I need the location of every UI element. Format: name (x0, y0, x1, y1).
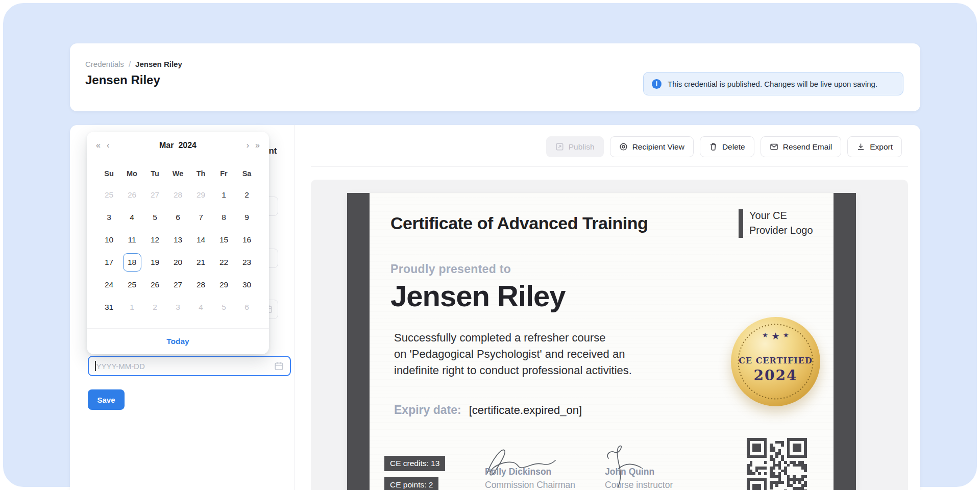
calendar-day[interactable]: 29 (212, 274, 235, 296)
calendar-day[interactable]: 9 (235, 206, 258, 229)
weekday-label: We (166, 169, 189, 178)
expiry-date-input[interactable]: YYYY-MM-DD (88, 356, 291, 376)
download-icon (856, 142, 865, 151)
calendar-day[interactable]: 1 (120, 296, 143, 318)
year-select[interactable]: 2024 (178, 141, 197, 150)
calendar-day[interactable]: 7 (189, 206, 212, 229)
date-picker-popup: « ‹ Mar2024 › » SuMoTuWeThFrSa 252627282… (87, 132, 269, 354)
calendar-day[interactable]: 24 (97, 274, 120, 296)
signature-name: John Quinn (605, 467, 654, 477)
qr-code (747, 438, 807, 490)
weekday-label: Fr (212, 169, 235, 178)
calendar-day[interactable]: 28 (166, 184, 189, 206)
weekday-label: Th (189, 169, 212, 178)
calendar-grid: 2526272829123456789101112131415161718192… (87, 184, 269, 318)
expiry-label: Expiry date: (394, 403, 461, 417)
calendar-day[interactable]: 21 (189, 251, 212, 274)
eye-target-icon (619, 142, 628, 151)
banner-text: This credential is published. Changes wi… (668, 80, 877, 88)
recipient-view-button[interactable]: Recipient View (610, 136, 694, 157)
calendar-day[interactable]: 2 (143, 296, 166, 318)
certificate-left-bar (347, 193, 370, 490)
today-button[interactable]: Today (166, 337, 189, 346)
presented-label: Proudly presented to (390, 262, 511, 276)
calendar-day[interactable]: 5 (212, 296, 235, 318)
weekday-label: Su (97, 169, 120, 178)
breadcrumb-current: Jensen Riley (135, 60, 182, 68)
calendar-day[interactable]: 27 (143, 184, 166, 206)
toolbar: Publish Recipient View Delete (546, 136, 902, 157)
calendar-day[interactable]: 29 (189, 184, 212, 206)
calendar-day[interactable]: 17 (97, 251, 120, 274)
calendar-day[interactable]: 16 (235, 229, 258, 251)
publish-button[interactable]: Publish (546, 136, 604, 157)
calendar-day[interactable]: 28 (189, 274, 212, 296)
calendar-day[interactable]: 3 (166, 296, 189, 318)
calendar-day[interactable]: 1 (212, 184, 235, 206)
trash-icon (709, 142, 718, 151)
calendar-day[interactable]: 2 (235, 184, 258, 206)
prev-year-button[interactable]: « (96, 141, 101, 150)
calendar-day[interactable]: 11 (120, 229, 143, 251)
publish-icon (555, 142, 564, 151)
calendar-day[interactable]: 25 (97, 184, 120, 206)
export-button[interactable]: Export (847, 136, 902, 157)
weekday-label: Sa (235, 169, 258, 178)
weekday-label: Mo (120, 169, 143, 178)
calendar-day[interactable]: 15 (212, 229, 235, 251)
ce-certified-badge: ★★★ CE CERTIFIED 2024 (731, 317, 820, 406)
badge-year: 2024 (731, 367, 820, 384)
provider-logo-bar (739, 209, 743, 238)
calendar-day[interactable]: 23 (235, 251, 258, 274)
certificate-preview-stage: Certificate of Advanced Training Your CE… (311, 180, 908, 490)
calendar-day[interactable]: 4 (120, 206, 143, 229)
resend-email-button[interactable]: Resend Email (761, 136, 842, 157)
save-button[interactable]: Save (88, 389, 125, 410)
breadcrumb-separator: / (129, 60, 131, 68)
expiry-value: [certificate.expired_on] (469, 404, 582, 417)
calendar-day[interactable]: 26 (120, 184, 143, 206)
calendar-day-selected[interactable]: 18 (120, 251, 143, 274)
certificate-title: Certificate of Advanced Training (390, 213, 648, 233)
calendar-day[interactable]: 31 (97, 296, 120, 318)
signature-name: Polly Dickinson (485, 467, 551, 477)
calendar-day[interactable]: 27 (166, 274, 189, 296)
calendar-day[interactable]: 10 (97, 229, 120, 251)
calendar-month-year: Mar2024 (109, 141, 247, 150)
calendar-day[interactable]: 22 (212, 251, 235, 274)
calendar-icon[interactable] (274, 361, 284, 371)
calendar-day[interactable]: 3 (97, 206, 120, 229)
calendar-day[interactable]: 30 (235, 274, 258, 296)
signature-title: Commission Chairman (485, 480, 575, 490)
calendar-day[interactable]: 20 (166, 251, 189, 274)
toolbar-divider (311, 166, 908, 167)
calendar-day[interactable]: 25 (120, 274, 143, 296)
delete-button[interactable]: Delete (700, 136, 754, 157)
calendar-day[interactable]: 4 (189, 296, 212, 318)
month-select[interactable]: Mar (159, 141, 174, 150)
next-month-button[interactable]: › (247, 141, 249, 150)
provider-logo-text: Your CE Provider Logo (749, 208, 813, 238)
calendar-day[interactable]: 8 (212, 206, 235, 229)
badge-stars-icon: ★★★ (731, 330, 820, 342)
text-cursor (95, 361, 96, 371)
ce-credits-chip: CE credits: 13 (384, 456, 445, 471)
certificate: Certificate of Advanced Training Your CE… (347, 193, 856, 490)
calendar-day[interactable]: 19 (143, 251, 166, 274)
calendar-day[interactable]: 6 (235, 296, 258, 318)
breadcrumb-credentials-link[interactable]: Credentials (85, 60, 124, 68)
calendar-day[interactable]: 26 (143, 274, 166, 296)
published-banner: i This credential is published. Changes … (643, 72, 903, 95)
breadcrumb: Credentials / Jensen Riley (85, 60, 182, 68)
certificate-recipient-name: Jensen Riley (390, 279, 566, 313)
calendar-day[interactable]: 5 (143, 206, 166, 229)
page-title: Jensen Riley (85, 73, 160, 87)
calendar-day[interactable]: 13 (166, 229, 189, 251)
next-year-button[interactable]: » (255, 141, 260, 150)
certificate-description: Successfully completed a refresher cours… (394, 330, 632, 379)
calendar-day[interactable]: 14 (189, 229, 212, 251)
ce-points-chip: CE points: 2 (384, 477, 438, 490)
info-icon: i (652, 79, 662, 89)
calendar-day[interactable]: 6 (166, 206, 189, 229)
calendar-day[interactable]: 12 (143, 229, 166, 251)
